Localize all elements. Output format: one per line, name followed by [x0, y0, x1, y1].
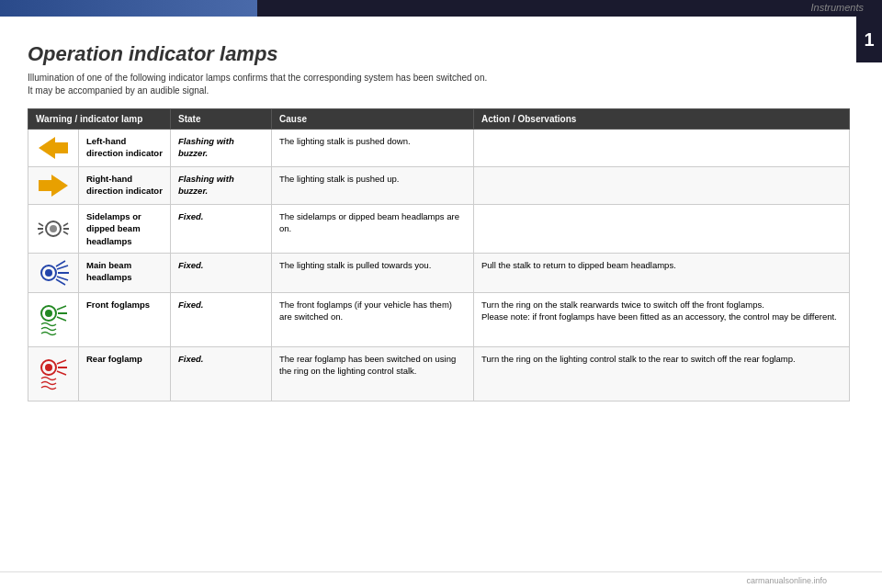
- svg-point-23: [45, 364, 52, 371]
- lamp-cause: The front foglamps (if your vehicle has …: [272, 292, 474, 346]
- lamp-state: Flashing with buzzer.: [171, 130, 272, 167]
- svg-line-20: [57, 306, 66, 310]
- svg-line-25: [57, 360, 66, 364]
- subtitle-line2: It may be accompanied by an audible sign…: [28, 85, 850, 97]
- svg-line-13: [57, 266, 68, 269]
- icon-cell: [28, 167, 79, 205]
- svg-line-7: [63, 223, 68, 226]
- lamp-cause: The lighting stalk is pulled towards you…: [272, 253, 474, 292]
- table-header-row: Warning / indicator lamp State Cause Act…: [28, 109, 850, 130]
- page-title: Operation indicator lamps: [28, 42, 850, 66]
- svg-line-15: [56, 261, 65, 266]
- lamp-state: Fixed.: [171, 292, 272, 346]
- lamp-state: Fixed.: [171, 253, 272, 292]
- svg-marker-1: [39, 175, 68, 197]
- col-cause: Cause: [272, 109, 474, 130]
- svg-point-9: [50, 225, 57, 232]
- main-content: Operation indicator lamps Illumination o…: [28, 17, 850, 570]
- lamp-state: Flashing with buzzer.: [171, 167, 272, 205]
- lamp-name: Right-hand direction indicator: [79, 167, 171, 205]
- page-subtitle: Illumination of one of the following ind…: [28, 72, 850, 97]
- lamp-action: Turn the ring on the stalk rearwards twi…: [474, 292, 850, 346]
- svg-line-14: [57, 277, 68, 280]
- icon-cell: [28, 292, 79, 346]
- lamp-cause: The sidelamps or dipped beam headlamps a…: [272, 205, 474, 254]
- lamp-action: Turn the ring on the lighting control st…: [474, 346, 850, 401]
- indicator-table: Warning / indicator lamp State Cause Act…: [28, 108, 850, 401]
- lamp-action: [474, 205, 850, 254]
- svg-line-26: [57, 371, 66, 375]
- table-row: Rear foglamp Fixed. The rear foglamp has…: [28, 346, 850, 401]
- lamp-name: Sidelamps or dipped beam headlamps: [79, 205, 171, 254]
- col-action: Action / Observations: [474, 109, 850, 130]
- lamp-cause: The lighting stalk is pushed down.: [272, 130, 474, 167]
- header-title: Instruments: [811, 2, 864, 13]
- lamp-action: Pull the stalk to return to dipped beam …: [474, 253, 850, 292]
- lamp-action: [474, 167, 850, 205]
- svg-line-8: [63, 232, 68, 234]
- col-warning: Warning / indicator lamp: [28, 109, 171, 130]
- col-state: State: [171, 109, 272, 130]
- main-beam-icon: [34, 257, 73, 288]
- lamp-state: Fixed.: [171, 346, 272, 401]
- lamp-action: [474, 130, 850, 167]
- sidelamps-icon: [34, 213, 73, 244]
- svg-point-18: [45, 310, 52, 317]
- svg-point-11: [45, 269, 52, 277]
- rear-fog-icon: [34, 351, 73, 397]
- bottom-bar: carmanualsonline.info: [0, 571, 882, 588]
- lamp-name: Rear foglamp: [79, 346, 171, 401]
- arrow-left-icon: [35, 133, 72, 163]
- svg-marker-0: [39, 137, 68, 159]
- lamp-cause: The rear foglamp has been switched on us…: [272, 346, 474, 401]
- website-url: carmanualsonline.info: [746, 576, 827, 585]
- page-number: 1: [864, 29, 874, 51]
- lamp-name: Main beam headlamps: [79, 253, 171, 292]
- svg-line-21: [57, 317, 66, 321]
- subtitle-line1: Illumination of one of the following ind…: [28, 72, 850, 85]
- table-row: Main beam headlamps Fixed. The lighting …: [28, 253, 850, 292]
- icon-cell: [28, 253, 79, 292]
- top-bar-accent: [0, 0, 257, 17]
- svg-line-4: [39, 223, 43, 226]
- table-row: Sidelamps or dipped beam headlamps Fixed…: [28, 205, 850, 254]
- lamp-state: Fixed.: [171, 205, 272, 254]
- svg-line-16: [56, 279, 65, 285]
- lamp-name: Left-hand direction indicator: [79, 130, 171, 167]
- top-bar: [0, 0, 882, 17]
- front-fog-icon: [34, 297, 73, 343]
- table-row: Right-hand direction indicator Flashing …: [28, 167, 850, 205]
- icon-cell: [28, 130, 79, 167]
- icon-cell: [28, 205, 79, 254]
- icon-cell: [28, 346, 79, 401]
- arrow-right-icon: [35, 171, 72, 200]
- svg-line-5: [39, 232, 43, 234]
- page-number-tab: 1: [856, 17, 882, 62]
- lamp-name: Front foglamps: [79, 292, 171, 346]
- table-row: Front foglamps Fixed. The front foglamps…: [28, 292, 850, 346]
- lamp-cause: The lighting stalk is pushed up.: [272, 167, 474, 205]
- table-row: Left-hand direction indicator Flashing w…: [28, 130, 850, 167]
